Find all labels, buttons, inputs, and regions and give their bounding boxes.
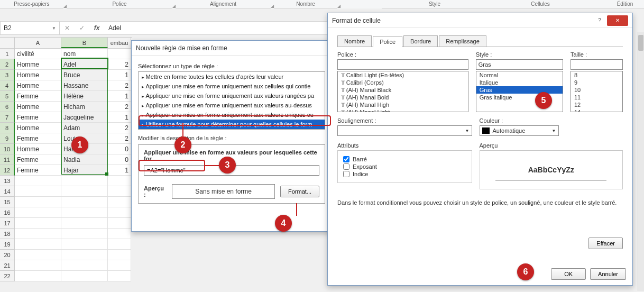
row-head[interactable]: 11 — [0, 154, 15, 165]
dialog1-titlebar[interactable]: Nouvelle règle de mise en forme — [132, 41, 332, 56]
cell[interactable] — [61, 186, 108, 197]
cell[interactable] — [61, 229, 108, 239]
cell[interactable]: Hajar — [61, 165, 108, 176]
row-head[interactable]: 20 — [0, 250, 15, 260]
rule-item-selected[interactable]: Utiliser une formule pour déterminer pou… — [139, 120, 325, 129]
cell[interactable]: 2 — [108, 133, 131, 144]
dialog2-titlebar[interactable]: Format de cellule ? ✕ — [328, 13, 632, 28]
size-list[interactable]: 8 9 10 11 12 14 — [571, 71, 623, 112]
row-head[interactable]: 2 — [0, 59, 15, 70]
cell[interactable]: 0 — [108, 144, 131, 154]
cell[interactable]: 2 — [108, 102, 131, 112]
list-item[interactable]: Calibri (Corps) — [338, 79, 468, 86]
row-head[interactable]: 6 — [0, 102, 15, 112]
list-item[interactable]: (AH) Manal Bold — [338, 94, 468, 101]
cell[interactable]: Hassane — [61, 80, 108, 91]
cell[interactable] — [15, 218, 61, 229]
tab-remplissage[interactable]: Remplissage — [439, 35, 486, 47]
style-input[interactable]: Gras — [476, 59, 563, 70]
row-head[interactable]: 9 — [0, 133, 15, 144]
rule-item[interactable]: Appliquer une mise en forme uniquement a… — [139, 110, 325, 120]
row-head[interactable]: 14 — [0, 186, 15, 197]
list-item[interactable]: 12 — [571, 101, 622, 108]
row-head[interactable]: 13 — [0, 176, 15, 186]
cell[interactable] — [15, 250, 61, 260]
name-box[interactable]: B2 ▼ — [1, 22, 60, 34]
cell[interactable] — [61, 207, 108, 218]
close-icon[interactable]: ✕ — [607, 15, 628, 26]
cell[interactable]: Femme — [15, 165, 61, 176]
cell[interactable]: Adel — [61, 59, 108, 70]
cell[interactable] — [15, 176, 61, 186]
cell[interactable]: Femme — [15, 91, 61, 102]
row-head[interactable]: 18 — [0, 229, 15, 239]
row-head[interactable]: 22 — [0, 271, 15, 281]
list-item[interactable]: 11 — [571, 94, 622, 101]
cell[interactable] — [15, 229, 61, 239]
rule-item[interactable]: Appliquer une mise en forme uniquement a… — [139, 101, 325, 110]
cell[interactable] — [61, 176, 108, 186]
font-name-input[interactable] — [337, 59, 468, 70]
row-head[interactable]: 17 — [0, 218, 15, 229]
formula-input[interactable]: Adel — [104, 24, 336, 32]
cell[interactable] — [108, 271, 131, 281]
chevron-down-icon[interactable]: ▼ — [52, 26, 56, 31]
cell[interactable]: Adam — [61, 123, 108, 133]
list-item[interactable]: Italique — [476, 79, 563, 86]
cell[interactable]: 1 — [108, 112, 131, 123]
style-list[interactable]: Normal Italique Gras Gras italique — [476, 71, 563, 112]
cell[interactable]: Femme — [15, 154, 61, 165]
tab-nombre[interactable]: Nombre — [337, 35, 372, 47]
cell[interactable] — [15, 186, 61, 197]
cell[interactable]: 2 — [108, 80, 131, 91]
tab-police[interactable]: Police — [373, 36, 402, 47]
cell[interactable] — [108, 207, 131, 218]
rule-type-list[interactable]: Mettre en forme toutes les cellules d'ap… — [138, 71, 325, 130]
cell[interactable]: Hamou — [61, 144, 108, 154]
cell[interactable]: 2 — [108, 59, 131, 70]
vertical-scrollbar[interactable] — [638, 32, 644, 291]
rule-formula-input[interactable] — [144, 165, 319, 176]
cell[interactable]: Hicham — [61, 102, 108, 112]
size-input[interactable] — [571, 59, 623, 70]
cell[interactable]: Homme — [15, 144, 61, 154]
fx-icon[interactable]: fx — [89, 22, 104, 34]
cell[interactable]: 2 — [108, 123, 131, 133]
cell[interactable]: Homme — [15, 59, 61, 70]
cell[interactable]: 0 — [108, 154, 131, 165]
confirm-edit-icon[interactable]: ✓ — [75, 22, 89, 34]
cell[interactable] — [61, 197, 108, 207]
cell[interactable]: 1 — [108, 70, 131, 80]
cell[interactable]: Louise — [61, 133, 108, 144]
row-head[interactable]: 21 — [0, 260, 15, 271]
cell[interactable]: Homme — [15, 102, 61, 112]
list-item[interactable]: 14 — [571, 108, 622, 112]
effacer-button[interactable]: Effacer — [588, 238, 623, 249]
scrollbar-thumb[interactable] — [638, 35, 643, 51]
annuler-button[interactable]: Annuler — [590, 268, 626, 280]
font-list[interactable]: Calibri Light (En-têtes) Calibri (Corps)… — [337, 71, 468, 112]
row-head[interactable]: 15 — [0, 197, 15, 207]
list-item[interactable]: (AH) Manal High — [338, 101, 468, 108]
cell[interactable] — [108, 229, 131, 239]
col-head-c[interactable]: embau — [108, 38, 131, 48]
list-item[interactable]: Gras italique — [476, 94, 563, 101]
cell[interactable] — [61, 218, 108, 229]
row-head[interactable]: 1 — [0, 49, 15, 59]
cell[interactable]: Homme — [15, 123, 61, 133]
cancel-edit-icon[interactable]: ✕ — [60, 22, 75, 34]
col-head-b[interactable]: B — [61, 38, 108, 48]
list-item[interactable]: Calibri Light (En-têtes) — [338, 71, 468, 79]
row-head[interactable]: 19 — [0, 239, 15, 250]
cell[interactable]: civilité — [15, 49, 61, 59]
checkbox-indice[interactable]: Indice — [343, 171, 466, 177]
list-item-selected[interactable]: Gras — [476, 86, 563, 94]
tab-bordure[interactable]: Bordure — [403, 35, 438, 47]
list-item[interactable]: 8 — [571, 71, 622, 79]
cell[interactable]: Jacqueline — [61, 112, 108, 123]
list-item[interactable]: (AH) Manal Black — [338, 86, 468, 94]
underline-combo[interactable]: ▼ — [337, 125, 472, 136]
cell[interactable]: Femme — [15, 133, 61, 144]
cell[interactable] — [15, 207, 61, 218]
cell[interactable]: 1 — [108, 165, 131, 176]
